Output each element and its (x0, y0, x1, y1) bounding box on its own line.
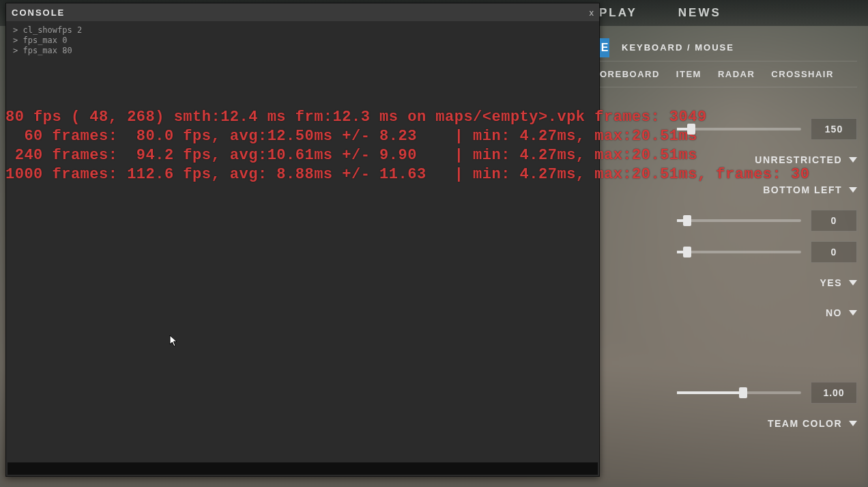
slider[interactable] (677, 219, 801, 222)
console-log: cl_showfps 2 fps_max 0 fps_max 80 (6, 21, 599, 59)
value-box[interactable]: 150 (811, 118, 857, 140)
value-box[interactable]: 1.00 (811, 382, 857, 404)
chevron-down-icon (849, 280, 857, 286)
dropdown-yes[interactable]: YES (820, 277, 857, 288)
console-log-line: cl_showfps 2 (13, 25, 592, 36)
tab-radar[interactable]: RADAR (718, 69, 755, 79)
setting-row: 1.00 (600, 377, 857, 408)
input-device-tabs: E KEYBOARD / MOUSE (600, 34, 857, 61)
setting-row: 0 (600, 205, 857, 236)
dropdown-label: TEAM COLOR (768, 418, 842, 429)
console-window: CONSOLE x cl_showfps 2 fps_max 0 fps_max… (5, 3, 600, 477)
console-title-text: CONSOLE (12, 8, 65, 18)
console-body[interactable] (6, 59, 599, 462)
settings-panel: E KEYBOARD / MOUSE OREBOARD ITEM RADAR C… (600, 26, 868, 487)
dropdown-label: NO (826, 307, 842, 318)
setting-row: BOTTOM LEFT (600, 175, 857, 205)
input-tab-segment[interactable]: E (600, 38, 609, 57)
setting-row: UNRESTRICTED (600, 145, 857, 175)
dropdown-label: YES (820, 277, 842, 288)
chevron-down-icon (849, 421, 857, 426)
value-box[interactable]: 0 (811, 210, 857, 232)
dropdown-unrestricted[interactable]: UNRESTRICTED (755, 154, 857, 165)
tab-crosshair[interactable]: CROSSHAIR (771, 69, 834, 79)
chevron-down-icon (849, 187, 857, 193)
setting-row: YES (600, 268, 857, 298)
dropdown-label: BOTTOM LEFT (763, 184, 842, 195)
chevron-down-icon (849, 157, 857, 163)
settings-subtabs: OREBOARD ITEM RADAR CROSSHAIR (600, 61, 857, 87)
dropdown-no[interactable]: NO (826, 307, 857, 318)
close-icon[interactable]: x (590, 8, 594, 18)
console-log-line: fps_max 80 (13, 46, 592, 56)
nav-play[interactable]: PLAY (599, 6, 637, 20)
chevron-down-icon (849, 310, 857, 316)
setting-row: NO (600, 298, 857, 328)
nav-news[interactable]: NEWS (678, 6, 721, 20)
tab-keyboard-mouse[interactable]: KEYBOARD / MOUSE (622, 42, 734, 53)
slider[interactable] (677, 391, 801, 394)
dropdown-label: UNRESTRICTED (755, 154, 842, 165)
console-input[interactable] (8, 462, 598, 475)
setting-row: 150 (600, 113, 857, 145)
slider[interactable] (677, 251, 801, 253)
dropdown-position[interactable]: BOTTOM LEFT (763, 184, 857, 195)
tab-item[interactable]: ITEM (676, 69, 701, 79)
console-log-line: fps_max 0 (13, 36, 592, 46)
tab-scoreboard[interactable]: OREBOARD (600, 69, 660, 79)
setting-row: TEAM COLOR (600, 408, 857, 439)
dropdown-team-color[interactable]: TEAM COLOR (768, 418, 857, 429)
setting-row: 0 (600, 236, 857, 268)
slider[interactable] (677, 128, 801, 130)
console-titlebar[interactable]: CONSOLE x (6, 3, 599, 21)
value-box[interactable]: 0 (811, 241, 857, 263)
